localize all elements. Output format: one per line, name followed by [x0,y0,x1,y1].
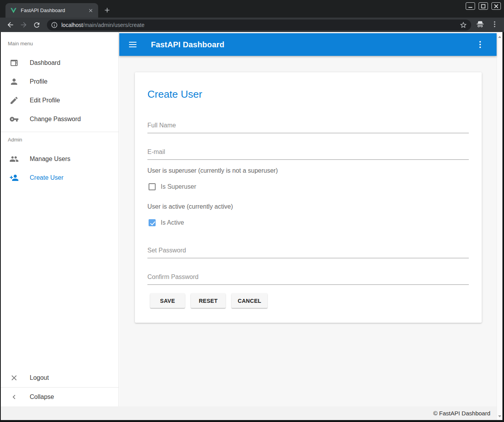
create-user-card: Create User User is superuser (currently… [135,72,482,323]
window-minimize-button[interactable] [466,2,475,10]
checkbox-label: Is Active [161,219,184,226]
confirm-password-input[interactable] [147,271,469,285]
page-info-icon[interactable] [51,21,58,29]
app-bar: FastAPI Dashboard [119,33,497,56]
set-password-input[interactable] [147,245,469,258]
form-buttons: SAVE RESET CANCEL [150,293,267,308]
pencil-icon [9,96,19,105]
sidebar-section-label-admin: Admin [8,137,118,145]
bookmark-star-icon[interactable] [459,21,467,29]
page-scrollbar[interactable] [497,33,502,420]
key-icon [9,114,19,124]
new-tab-button[interactable] [102,5,112,15]
active-note: User is active (currently active) [147,203,233,210]
sidebar-item-create-user[interactable]: Create User [1,168,118,187]
back-icon[interactable] [5,20,15,30]
close-icon [9,373,19,383]
forward-icon[interactable] [19,20,28,30]
sidebar-item-label: Dashboard [30,59,60,66]
sidebar-item-dashboard[interactable]: Dashboard [1,54,118,72]
is-active-checkbox[interactable]: Is Active [149,219,184,226]
sidebar-item-edit-profile[interactable]: Edit Profile [1,91,118,110]
sidebar-item-label: Change Password [30,116,81,123]
checkbox-icon[interactable] [149,183,156,190]
cancel-button[interactable]: CANCEL [231,293,267,308]
sidebar-item-profile[interactable]: Profile [1,72,118,91]
app-bar-title: FastAPI Dashboard [151,40,224,49]
superuser-note: User is superuser (currently is not a su… [147,167,278,174]
sidebar-item-label: Create User [30,174,63,181]
browser-menu-icon[interactable] [491,20,499,30]
url-text[interactable]: localhost/main/admin/users/create [61,22,459,28]
sidebar-item-collapse[interactable]: Collapse [1,388,118,406]
page-title: Create User [147,88,202,100]
app-bar-menu-icon[interactable] [475,40,485,49]
sidebar-item-change-password[interactable]: Change Password [1,110,118,129]
email-input[interactable] [147,146,469,160]
scrollbar-up-arrow-icon[interactable] [498,36,501,38]
hamburger-menu-icon[interactable] [128,40,138,49]
sidebar: Main menu Dashboard Profile Edit Profile… [1,32,119,406]
dashboard-icon [9,58,19,68]
address-bar[interactable]: localhost/main/admin/users/create [47,20,471,30]
sidebar-section-label-main: Main menu [8,41,118,48]
url-path: /main/admin/users/create [83,22,144,28]
chevron-left-icon [9,392,19,402]
window-close-button[interactable] [491,2,501,10]
checkbox-label: Is Superuser [161,183,196,190]
sidebar-spacer [1,187,118,368]
vue-logo-icon [10,7,17,14]
tab-title: FastAPI Dashboard [21,7,87,13]
sidebar-item-manage-users[interactable]: Manage Users [1,150,118,168]
window-maximize-button[interactable] [479,2,488,10]
page-viewport: Main menu Dashboard Profile Edit Profile… [1,32,502,420]
incognito-icon [476,20,484,30]
url-host: localhost [61,22,83,28]
is-superuser-checkbox[interactable]: Is Superuser [149,183,196,190]
tab-close-icon[interactable] [87,7,94,14]
group-icon [9,154,19,164]
scrollbar-down-arrow-icon[interactable] [498,415,501,417]
browser-tab[interactable]: FastAPI Dashboard [5,3,98,18]
sidebar-item-logout[interactable]: Logout [1,368,118,387]
person-icon [9,77,19,86]
main-content: FastAPI Dashboard Create User User is su… [119,32,497,406]
browser-toolbar: localhost/main/admin/users/create [0,18,504,32]
page-footer: © FastAPI Dashboard [1,406,497,420]
full-name-field-wrap [147,120,469,133]
sidebar-item-label: Manage Users [30,156,70,163]
window-controls [466,2,501,10]
save-button[interactable]: SAVE [150,293,185,308]
footer-text: © FastAPI Dashboard [433,410,490,417]
sidebar-item-label: Logout [30,374,49,381]
sidebar-divider [1,132,118,132]
email-field-wrap [147,146,469,160]
page-background: Create User User is superuser (currently… [119,56,497,406]
sidebar-item-label: Edit Profile [30,97,60,104]
toolbar-right-icons [476,20,499,30]
checkbox-icon[interactable] [149,219,156,226]
reset-button[interactable]: RESET [191,293,226,308]
full-name-input[interactable] [147,120,469,133]
reload-icon[interactable] [32,20,41,30]
person-add-icon [9,173,19,182]
set-password-field-wrap [147,245,469,258]
sidebar-item-label: Profile [30,78,47,85]
sidebar-item-label: Collapse [30,393,54,401]
browser-tab-strip: FastAPI Dashboard [0,0,504,18]
confirm-password-field-wrap [147,271,469,285]
